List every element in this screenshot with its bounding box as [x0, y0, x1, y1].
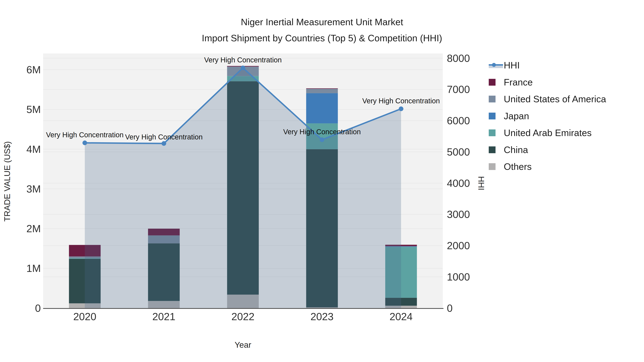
- chart-plot-svg: [0, 0, 644, 362]
- chart-title: Niger Inertial Measurement Unit Market I…: [107, 14, 537, 46]
- legend-swatch-japan: [489, 113, 496, 119]
- legend-swatch-others: [489, 163, 496, 170]
- y-left-tick-2M: 2M: [2, 223, 41, 234]
- legend-swatch-united-arab-emirates: [489, 129, 496, 136]
- x-tick-2022: 2022: [216, 311, 270, 322]
- hhi-marker-2022: [240, 66, 245, 70]
- x-tick-2021: 2021: [137, 311, 191, 322]
- hhi-legend-line-icon: [489, 62, 503, 69]
- annotation-2022: Very High Concentration: [170, 56, 316, 64]
- hhi-marker-2021: [162, 141, 166, 146]
- legend-label-others: Others: [504, 161, 532, 172]
- y-left-tick-3M: 3M: [2, 184, 41, 194]
- legend-item-hhi[interactable]: HHI: [489, 60, 520, 71]
- hhi-marker-2024: [399, 106, 404, 111]
- hhi-marker-2020: [82, 140, 87, 145]
- y-right-tick-2000: 2000: [447, 240, 504, 251]
- y-left-tick-4M: 4M: [2, 144, 41, 154]
- legend-swatch-china: [489, 146, 496, 153]
- annotation-2023: Very High Concentration: [249, 128, 395, 136]
- y-right-tick-0: 0: [447, 303, 504, 313]
- legend-item-others[interactable]: Others: [489, 161, 532, 172]
- annotation-2021: Very High Concentration: [90, 133, 237, 141]
- x-tick-2023: 2023: [295, 311, 349, 322]
- y-left-tick-5M: 5M: [2, 104, 41, 115]
- legend-label-united-states-of-america: United States of America: [504, 94, 606, 104]
- y-right-tick-1000: 1000: [447, 272, 504, 282]
- x-tick-2024: 2024: [374, 311, 428, 322]
- bar-2023-france: [306, 88, 338, 89]
- chart-title-line2: Import Shipment by Countries (Top 5) & C…: [107, 30, 537, 46]
- legend-item-united-states-of-america[interactable]: United States of America: [489, 94, 606, 104]
- x-axis-title: Year: [216, 340, 270, 350]
- legend-item-france[interactable]: France: [489, 77, 533, 88]
- legend-swatch-united-states-of-america: [489, 96, 496, 102]
- legend-label-france: France: [504, 77, 533, 88]
- legend-item-china[interactable]: China: [489, 144, 528, 155]
- x-tick-2020: 2020: [58, 311, 112, 322]
- legend-label-hhi: HHI: [504, 60, 520, 71]
- annotation-2024: Very High Concentration: [328, 97, 474, 105]
- legend-swatch-france: [489, 79, 496, 86]
- legend-label-china: China: [504, 144, 528, 155]
- y-right-tick-3000: 3000: [447, 209, 504, 220]
- legend-label-united-arab-emirates: United Arab Emirates: [504, 127, 592, 138]
- y-left-tick-0: 0: [2, 303, 41, 313]
- y-left-tick-6M: 6M: [2, 64, 41, 75]
- hhi-marker-2023: [320, 137, 324, 142]
- y-left-tick-1M: 1M: [2, 263, 41, 274]
- y-right-tick-4000: 4000: [447, 178, 504, 188]
- chart-canvas: Niger Inertial Measurement Unit Market I…: [0, 0, 644, 362]
- legend-label-japan: Japan: [504, 111, 529, 121]
- x-axis-line: [43, 308, 444, 309]
- bar-2023-united-states-of-america: [306, 89, 338, 93]
- legend-item-united-arab-emirates[interactable]: United Arab Emirates: [489, 127, 592, 138]
- chart-title-line1: Niger Inertial Measurement Unit Market: [107, 14, 537, 30]
- legend-item-japan[interactable]: Japan: [489, 111, 529, 121]
